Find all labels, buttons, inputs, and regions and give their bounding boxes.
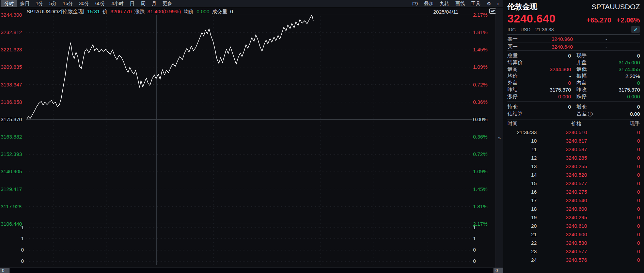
period-tab[interactable]: 15分 — [60, 0, 76, 7]
instrument-symbol: SPTAUUSDOZ — [592, 3, 640, 11]
tape-vol: 0 — [616, 197, 640, 203]
tape-time: 18 — [507, 206, 537, 212]
price-axis-label: 3117.928 — [1, 204, 25, 209]
tape-vol: 0 — [616, 231, 640, 237]
price-axis-label: 3244.300 — [1, 12, 25, 18]
tape-time: 21:36:33 — [507, 129, 537, 135]
tape-time: 13 — [507, 163, 537, 169]
price-axis-label: 3232.812 — [1, 30, 25, 35]
field-label: 最低 — [577, 66, 602, 73]
field-label: 跌停 — [577, 93, 602, 100]
tape-vol: 0 — [616, 223, 640, 229]
tape-price: 3240.577 — [537, 248, 616, 254]
tape-time: 21 — [507, 231, 537, 237]
tape-price: 3240.275 — [537, 189, 616, 195]
period-tab[interactable]: 1分 — [33, 0, 46, 7]
tape-price: 3240.617 — [537, 138, 616, 144]
pencil-icon — [633, 28, 638, 32]
period-tab[interactable]: 30分 — [76, 0, 92, 7]
percent-axis-label: 0.36% — [473, 134, 493, 140]
period-tab[interactable]: 多日 — [17, 0, 33, 7]
price-axis-label: 3209.835 — [1, 64, 25, 70]
panel-collapse-handle[interactable]: » — [496, 7, 503, 268]
toolbar-tool-button[interactable]: 画线 — [452, 0, 468, 7]
tape-time: 12 — [507, 155, 537, 161]
info-circle-icon[interactable]: i — [588, 112, 593, 116]
price-axis-label: 3152.393 — [1, 151, 25, 157]
edit-button[interactable] — [631, 26, 640, 33]
tape-vol: 0 — [616, 214, 640, 220]
period-tab[interactable]: 4小时 — [108, 0, 127, 7]
field-value: 0.000 — [533, 94, 571, 99]
tape-vol: 0 — [616, 257, 640, 263]
toolbar-tool-button[interactable]: 工具 — [468, 0, 484, 7]
tape-time: 15 — [507, 180, 537, 186]
field-label: 买一 — [507, 44, 531, 50]
percent-axis-right: 2.17%1.81%1.45%1.09%0.72%0.36%0.00%0.36%… — [473, 12, 493, 227]
tape-price: 3240.285 — [537, 155, 616, 161]
quote-timestamp: 21:36:38 — [535, 27, 554, 32]
chevron-right-icon[interactable]: › — [494, 0, 502, 7]
tape-time: 22 — [507, 240, 537, 246]
last-price-row: 3240.640 +65.270 +2.06% — [507, 12, 640, 25]
volume-axis-label: 1 — [0, 225, 24, 230]
gear-icon[interactable]: ⚙ — [484, 1, 494, 7]
toolbar-right-tools: F9 叠加 九转 画线 工具 ⚙ › — [409, 0, 502, 7]
time-axis-bar: 0 0 — [0, 268, 503, 273]
tape-row: 23 3240.577 0 — [507, 247, 640, 256]
tape-time: 20 — [507, 223, 537, 229]
tape-vol: 0 — [616, 206, 640, 212]
volume-axis-label: 0 — [473, 258, 493, 263]
time-and-sales[interactable]: 时间 价格 现手 21:36:33 3240.510 0 10 3240.617 — [507, 119, 640, 264]
price-axis-label: 3175.370 — [1, 117, 25, 122]
period-tab[interactable]: 更多 — [159, 0, 175, 7]
tape-vol: 0 — [616, 163, 640, 169]
period-tab[interactable]: 60分 — [92, 0, 109, 7]
tape-row: 18 3240.600 0 — [507, 205, 640, 213]
tape-price: 3240.577 — [537, 180, 616, 186]
period-tab[interactable]: 周 — [138, 0, 148, 7]
tape-vol: 0 — [616, 240, 640, 246]
tape-price: 3240.520 — [537, 172, 616, 178]
tape-row: 21 3240.600 0 — [507, 230, 640, 239]
tape-vol: 0 — [616, 189, 640, 195]
double-chevron-right-icon: » — [498, 135, 501, 141]
volume-axis-label: 1 — [0, 236, 24, 241]
tape-price: 3240.600 — [537, 206, 616, 212]
chart-section: 分时 多日 1分 5分 15分 30分 60分 4小时 日 — [0, 0, 503, 273]
tape-row: 22 3240.530 0 — [507, 239, 640, 247]
top-toolbar: 分时 多日 1分 5分 15分 30分 60分 4小时 日 — [0, 0, 503, 7]
period-tab[interactable]: 5分 — [46, 0, 60, 7]
field-row: 昨结 3175.370 昨收 3175.370 — [507, 86, 640, 93]
time-axis-left-value: 0 — [0, 268, 10, 273]
field-row: 涨停 0.000 跌停 0.000 — [507, 93, 640, 100]
volume-axis-label: 0 — [0, 258, 24, 263]
exchange-code: IDC — [507, 27, 516, 32]
tape-row: 16 3240.275 0 — [507, 188, 640, 196]
tape-row: 14 3240.520 0 — [507, 171, 640, 179]
field-label: 内盘 — [577, 80, 602, 86]
tape-time: 17 — [507, 197, 537, 203]
tape-row: 13 3240.255 0 — [507, 162, 640, 171]
price-axis-label: 3186.858 — [1, 99, 25, 105]
toolbar-tool-button[interactable]: 九转 — [437, 0, 452, 7]
percent-axis-label: 1.81% — [473, 204, 493, 209]
percent-axis-label: 1.09% — [473, 169, 493, 174]
bid-ask-row: 买一 3240.640 - — [507, 43, 640, 51]
toolbar-tool-button[interactable]: 叠加 — [421, 0, 437, 7]
percent-axis-label: 2.17% — [473, 12, 493, 18]
tape-row: 10 3240.617 0 — [507, 136, 640, 145]
price-axis-label: 3198.347 — [1, 82, 25, 87]
field-value: 0 — [533, 53, 571, 59]
tape-price: 3240.510 — [537, 129, 616, 135]
percent-axis-label: 1.45% — [473, 187, 493, 192]
intraday-chart-plot[interactable] — [27, 12, 472, 268]
period-tab[interactable]: 月 — [148, 0, 159, 7]
period-tab[interactable]: 日 — [127, 0, 138, 7]
tape-row: 11 3240.587 0 — [507, 145, 640, 154]
period-tab[interactable]: 分时 — [1, 0, 17, 7]
trading-terminal: 分时 多日 1分 5分 15分 30分 60分 4小时 日 — [0, 0, 644, 273]
price-axis-left: 3244.3003232.8123221.3233209.8353198.347… — [1, 12, 25, 227]
field-value: 0.00 — [602, 111, 640, 117]
toolbar-tool-button[interactable]: F9 — [409, 1, 421, 7]
